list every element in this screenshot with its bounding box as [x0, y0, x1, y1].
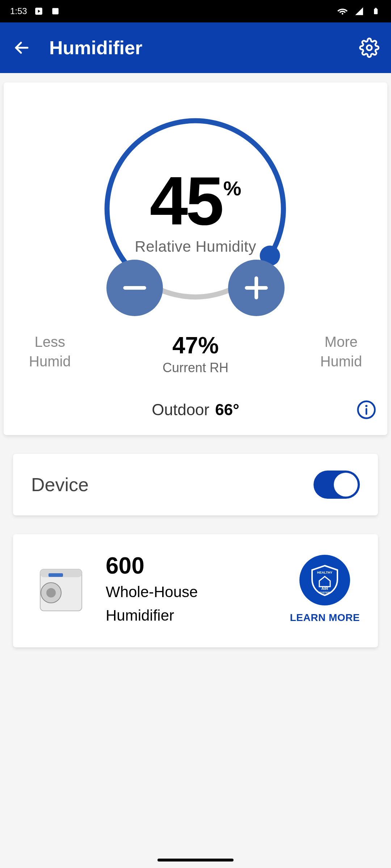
device-label: Device [31, 474, 89, 495]
outdoor-label: Outdoor [152, 401, 209, 419]
more-line1: More [320, 332, 362, 352]
svg-rect-17 [49, 573, 63, 577]
increase-humidity-button[interactable] [228, 260, 285, 316]
app-bar: Humidifier [0, 22, 391, 73]
svg-text:HEALTHY: HEALTHY [317, 571, 332, 574]
battery-icon [371, 6, 381, 16]
svg-point-16 [46, 588, 56, 597]
svg-point-12 [365, 405, 367, 407]
page-title: Humidifier [35, 37, 356, 59]
arrow-left-icon [13, 39, 30, 56]
svg-rect-3 [375, 8, 377, 9]
settings-button[interactable] [356, 35, 382, 61]
minus-icon [120, 273, 149, 302]
svg-point-5 [367, 45, 372, 50]
status-right [337, 6, 381, 16]
gear-icon [359, 38, 379, 58]
decrease-humidity-button[interactable] [106, 260, 163, 316]
wifi-icon [337, 6, 348, 16]
dial-value-row: 45 % [150, 166, 241, 235]
info-icon [356, 400, 377, 420]
humidifier-unit-icon [31, 562, 89, 616]
less-line1: Less [29, 332, 71, 352]
healthy-air-badge-icon: HEALTHY AIR SYSTEM [299, 555, 350, 605]
signal-icon [354, 6, 364, 16]
status-bar: 1:53 [0, 0, 391, 22]
percent-sign: % [222, 166, 241, 200]
content: 45 % Relative Humidity [0, 73, 391, 647]
adjust-row [94, 260, 297, 316]
back-button[interactable] [9, 35, 35, 61]
svg-rect-1 [52, 8, 58, 14]
svg-text:AIR: AIR [321, 586, 328, 591]
less-line2: Humid [29, 352, 71, 371]
more-humid-label: More Humid [320, 332, 362, 371]
product-image [31, 562, 89, 616]
less-humid-label: Less Humid [29, 332, 71, 371]
triple-row: Less Humid 47% Current RH More Humid [14, 332, 377, 375]
gesture-bar [157, 859, 234, 861]
learn-more-link[interactable]: LEARN MORE [290, 612, 360, 624]
toggle-knob [334, 473, 358, 497]
product-model: 600 [106, 552, 273, 579]
learn-more-column: HEALTHY AIR SYSTEM LEARN MORE [290, 555, 360, 624]
target-humidity-value: 45 [150, 166, 222, 235]
device-toggle[interactable] [314, 471, 360, 499]
current-rh-label: Current RH [163, 360, 228, 375]
product-text: 600 Whole-House Humidifier [106, 552, 273, 626]
current-rh-value: 47% [163, 332, 228, 359]
svg-text:SYSTEM: SYSTEM [320, 591, 330, 594]
outdoor-row: Outdoor 66° [14, 401, 377, 419]
more-line2: Humid [320, 352, 362, 371]
outdoor-value: 66° [215, 401, 239, 419]
outdoor-info-button[interactable] [356, 400, 377, 420]
app-indicator-icon [50, 6, 60, 16]
device-toggle-card: Device [13, 454, 378, 515]
humidity-dial[interactable]: 45 % Relative Humidity [94, 108, 297, 310]
status-time: 1:53 [10, 6, 27, 16]
dial-label: Relative Humidity [135, 238, 256, 255]
humidity-dial-card: 45 % Relative Humidity [4, 82, 387, 435]
svg-rect-2 [374, 9, 378, 14]
product-desc-line2: Humidifier [106, 605, 273, 626]
shield-house-icon: HEALTHY AIR SYSTEM [307, 562, 343, 598]
current-rh: 47% Current RH [163, 332, 228, 375]
plus-icon [242, 273, 271, 302]
status-left: 1:53 [10, 6, 60, 16]
play-square-icon [34, 6, 44, 16]
product-desc-line1: Whole-House [106, 582, 273, 603]
product-card: 600 Whole-House Humidifier HEALTHY AIR S… [13, 534, 378, 647]
